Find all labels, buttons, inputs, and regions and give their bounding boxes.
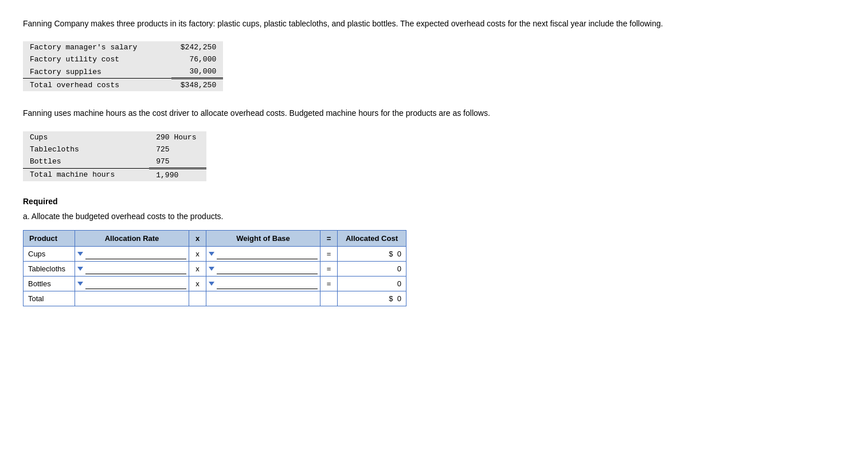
dropdown-arrow-weight-bottles[interactable] — [209, 282, 214, 286]
total-label-cell: Total — [24, 291, 75, 306]
table-row: Bottles 975 — [23, 155, 206, 169]
row-label: Factory manager's salary — [23, 41, 171, 53]
allocated-value-tablecloths: 0 — [397, 264, 401, 273]
table-row: Factory supplies 30,000 — [23, 65, 223, 79]
row-value: 725 — [149, 143, 206, 155]
col-header-product: Product — [24, 230, 75, 246]
allocation-rate-field-tablecloths[interactable] — [85, 263, 186, 274]
total-label: Total machine hours — [23, 168, 149, 181]
col-header-allocation-rate: Allocation Rate — [75, 230, 189, 246]
table-row: Factory utility cost 76,000 — [23, 53, 223, 65]
row-label: Factory utility cost — [23, 53, 171, 65]
row-value: 975 — [149, 155, 206, 169]
weight-of-base-field-cups[interactable] — [217, 248, 318, 259]
operator-x-cups: x — [189, 246, 206, 261]
weight-of-base-input-bottles[interactable] — [206, 276, 320, 291]
col-header-weight-of-base: Weight of Base — [206, 230, 320, 246]
table-row: Factory manager's salary $242,250 — [23, 41, 223, 53]
allocation-row-cups: Cups x = $ 0 — [24, 246, 406, 261]
total-equals — [320, 291, 338, 306]
total-label: Total overhead costs — [23, 79, 171, 92]
allocation-table: Product Allocation Rate x Weight of Base… — [23, 230, 406, 306]
weight-of-base-field-bottles[interactable] — [217, 278, 318, 289]
dropdown-arrow-cups[interactable] — [77, 252, 83, 256]
machine-hours-section: Cups 290 Hours Tablecloths 725 Bottles 9… — [23, 131, 252, 181]
weight-of-base-input-tablecloths[interactable] — [206, 261, 320, 276]
total-allocated-cost: $ 0 — [338, 291, 406, 306]
overhead-table: Factory manager's salary $242,250 Factor… — [23, 41, 223, 91]
product-name-tablecloths: Tablecloths — [24, 261, 75, 276]
allocated-cost-cups: $ 0 — [338, 246, 406, 261]
allocation-rate-field-bottles[interactable] — [85, 278, 186, 289]
row-value: $242,250 — [171, 41, 223, 53]
question-a-label: a. Allocate the budgeted overhead costs … — [23, 212, 845, 221]
operator-x-bottles: x — [189, 276, 206, 291]
row-label: Cups — [23, 131, 149, 143]
equals-bottles: = — [320, 276, 338, 291]
table-row: Tablecloths 725 — [23, 143, 206, 155]
equals-tablecloths: = — [320, 261, 338, 276]
col-header-x: x — [189, 230, 206, 246]
total-x — [189, 291, 206, 306]
total-allocation-rate — [75, 291, 189, 306]
allocation-rate-input-cups[interactable] — [75, 246, 189, 261]
total-value: 1,990 — [149, 168, 206, 181]
row-value: 290 Hours — [149, 131, 206, 143]
allocated-value-cups: 0 — [397, 250, 401, 258]
row-value: 30,000 — [171, 65, 223, 79]
col-header-equals: = — [320, 230, 338, 246]
machine-intro-paragraph: Fanning uses machine hours as the cost d… — [23, 107, 845, 119]
allocated-cost-bottles: 0 — [338, 276, 406, 291]
table-row: Cups 290 Hours — [23, 131, 206, 143]
weight-of-base-input-cups[interactable] — [206, 246, 320, 261]
total-allocated-value: 0 — [397, 294, 401, 303]
weight-of-base-field-tablecloths[interactable] — [217, 263, 318, 274]
product-name-bottles: Bottles — [24, 276, 75, 291]
allocation-rate-input-bottles[interactable] — [75, 276, 189, 291]
col-header-allocated-cost: Allocated Cost — [338, 230, 406, 246]
allocation-row-bottles: Bottles x = 0 — [24, 276, 406, 291]
row-label: Bottles — [23, 155, 149, 169]
total-dollar-sign: $ — [389, 294, 393, 303]
dropdown-arrow-bottles[interactable] — [77, 282, 83, 286]
allocation-rate-field-cups[interactable] — [85, 248, 186, 259]
intro-paragraph: Fanning Company makes three products in … — [23, 17, 845, 30]
dropdown-arrow-weight-tablecloths[interactable] — [209, 267, 214, 271]
row-value: 76,000 — [171, 53, 223, 65]
dropdown-arrow-tablecloths[interactable] — [77, 267, 83, 271]
overhead-costs-section: Factory manager's salary $242,250 Factor… — [23, 41, 252, 91]
allocation-total-row: Total $ 0 — [24, 291, 406, 306]
total-value: $348,250 — [171, 79, 223, 92]
row-label: Factory supplies — [23, 65, 171, 79]
row-label: Tablecloths — [23, 143, 149, 155]
total-weight — [206, 291, 320, 306]
allocated-value-bottles: 0 — [397, 279, 401, 288]
machine-table: Cups 290 Hours Tablecloths 725 Bottles 9… — [23, 131, 206, 181]
allocation-rate-input-tablecloths[interactable] — [75, 261, 189, 276]
dropdown-arrow-weight-cups[interactable] — [209, 252, 214, 256]
operator-x-tablecloths: x — [189, 261, 206, 276]
table-header-row: Product Allocation Rate x Weight of Base… — [24, 230, 406, 246]
dollar-sign-cups: $ — [389, 250, 393, 258]
equals-cups: = — [320, 246, 338, 261]
required-label: Required — [23, 197, 845, 206]
total-row: Total overhead costs $348,250 — [23, 79, 223, 92]
allocation-row-tablecloths: Tablecloths x = 0 — [24, 261, 406, 276]
total-row: Total machine hours 1,990 — [23, 168, 206, 181]
product-name-cups: Cups — [24, 246, 75, 261]
allocated-cost-tablecloths: 0 — [338, 261, 406, 276]
